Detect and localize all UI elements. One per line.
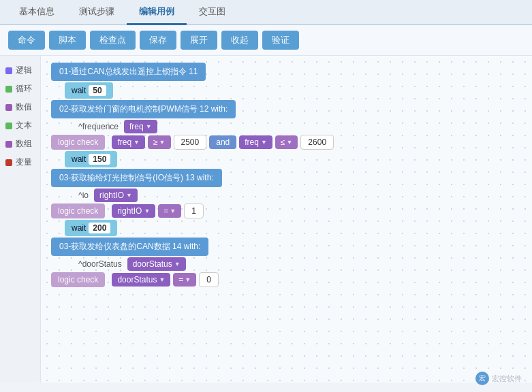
cmd4-val-arrow: ▼	[174, 261, 181, 267]
logic1-op2-text: ≤	[281, 137, 285, 147]
wait3-block[interactable]: wait 200	[65, 220, 117, 236]
cmd3-val-arrow: ▼	[126, 192, 132, 199]
logic3-var1-arrow: ▼	[159, 276, 165, 283]
logic3-var1-text: doorStatus	[117, 275, 157, 284]
logic3-var1-pill[interactable]: doorStatus ▼	[112, 273, 170, 287]
sidebar-item-var[interactable]: 变量	[0, 153, 40, 172]
block-row-logic2: logic check rightIO ▼ = ▼ 1	[51, 203, 522, 218]
sidebar-item-logic[interactable]: 逻辑	[0, 61, 40, 80]
sidebar-label-array: 数组	[16, 138, 32, 150]
cmd2-val-arrow: ▼	[146, 123, 152, 130]
block-row-cmd3-param: ^io rightIO ▼	[78, 189, 522, 202]
sidebar-item-loop[interactable]: 循环	[0, 80, 40, 98]
cmd4-val-pill[interactable]: doorStatus ▼	[127, 257, 186, 271]
logic2-op1-text: =	[163, 206, 168, 216]
watermark: 宏 宏控软件	[475, 372, 522, 385]
block-row-cmd4: 03-获取发给仪表盘的CAN数据 14 with:	[51, 238, 522, 256]
checkpoint-button[interactable]: 检查点	[90, 31, 136, 50]
logic1-op2[interactable]: ≤ ▼	[275, 135, 298, 149]
logic1-op1-arrow: ▼	[159, 139, 166, 146]
sidebar-label-text: 文本	[16, 120, 32, 131]
sidebar-item-array[interactable]: 数组	[0, 135, 40, 153]
cmd2-val-text: freq	[129, 122, 144, 131]
main-area: 逻辑 循环 数值 文本 数组 变量 01-通过CAN总线发出遥控上锁指令 11	[0, 56, 532, 382]
logic1-val1[interactable]: 2500	[174, 135, 207, 150]
cmd1-block[interactable]: 01-通过CAN总线发出遥控上锁指令 11	[51, 63, 206, 81]
wait3-value[interactable]: 200	[89, 223, 110, 233]
tab-interaction[interactable]: 交互图	[187, 0, 238, 25]
sidebar-label-logic: 逻辑	[16, 65, 32, 76]
logic3-val1[interactable]: 0	[199, 272, 219, 287]
collapse-button[interactable]: 收起	[221, 31, 258, 50]
cmd4-val-text: doorStatus	[133, 259, 172, 269]
logic1-val2[interactable]: 2600	[300, 135, 334, 150]
tab-basic-info[interactable]: 基本信息	[7, 0, 67, 25]
expand-button[interactable]: 展开	[181, 31, 217, 50]
wait2-label: wait	[72, 154, 86, 164]
logic1-op1-text: ≥	[153, 137, 158, 147]
logic-dot	[5, 67, 12, 74]
block-row-cmd1: 01-通过CAN总线发出遥控上锁指令 11	[51, 63, 522, 81]
watermark-logo-text: 宏	[479, 374, 486, 383]
tab-edit-case[interactable]: 编辑用例	[127, 0, 187, 25]
block-row-cmd2: 02-获取发给门窗的电机控制PWM信号 12 with:	[51, 100, 522, 118]
script-button[interactable]: 脚本	[49, 31, 86, 50]
text-dot	[5, 122, 12, 129]
sidebar-item-text[interactable]: 文本	[0, 116, 40, 135]
logic1-op2-arrow: ▼	[286, 139, 292, 146]
top-tabs: 基本信息 测试步骤 编辑用例 交互图	[0, 0, 532, 25]
logic1-block[interactable]: logic check	[51, 135, 105, 150]
toolbar: 命令 脚本 检查点 保存 展开 收起 验证	[0, 25, 532, 56]
logic2-op1[interactable]: = ▼	[158, 204, 181, 218]
sidebar: 逻辑 循环 数值 文本 数组 变量	[0, 56, 41, 382]
logic3-op1-text: =	[178, 275, 183, 284]
cmd2-block[interactable]: 02-获取发给门窗的电机控制PWM信号 12 with:	[51, 100, 236, 118]
value-dot	[5, 104, 12, 111]
sidebar-item-value[interactable]: 数值	[0, 98, 40, 116]
logic2-val1[interactable]: 1	[184, 203, 204, 218]
verify-button[interactable]: 验证	[262, 31, 299, 50]
wait1-block[interactable]: wait 50	[65, 82, 113, 99]
logic1-var1-arrow: ▼	[134, 139, 140, 146]
logic2-var1-arrow: ▼	[144, 208, 150, 214]
cmd4-block[interactable]: 03-获取发给仪表盘的CAN数据 14 with:	[51, 238, 208, 256]
logic2-block[interactable]: logic check	[51, 203, 105, 218]
logic3-block[interactable]: logic check	[51, 272, 105, 287]
cmd3-block[interactable]: 03-获取输给灯光控制信号(IO信号) 13 with:	[51, 169, 222, 187]
wait1-value[interactable]: 50	[89, 85, 106, 96]
cmd2-val-pill[interactable]: freq ▼	[124, 120, 157, 133]
logic1-var1-pill[interactable]: freq ▼	[112, 135, 145, 149]
cmd3-param-label: ^io	[78, 191, 89, 200]
cmd3-val-text: rightIO	[99, 191, 124, 200]
block-row-cmd4-param: ^doorStatus doorStatus ▼	[78, 257, 522, 271]
cmd3-val-pill[interactable]: rightIO ▼	[94, 189, 138, 202]
logic2-op1-arrow: ▼	[170, 208, 176, 214]
logic3-op1[interactable]: = ▼	[173, 273, 196, 287]
var-dot	[5, 159, 12, 166]
block-row-wait3: wait 200	[65, 220, 522, 236]
logic2-var1-text: rightIO	[117, 206, 142, 216]
sidebar-label-loop: 循环	[16, 83, 32, 95]
block-row-wait2: wait 150	[65, 151, 522, 167]
logic1-var1-text: freq	[117, 137, 131, 147]
logic1-var2-pill[interactable]: freq ▼	[239, 135, 272, 149]
block-row-cmd3: 03-获取输给灯光控制信号(IO信号) 13 with:	[51, 169, 522, 187]
wait2-value[interactable]: 150	[89, 154, 110, 165]
save-button[interactable]: 保存	[140, 31, 176, 50]
cmd4-param-label: ^doorStatus	[78, 259, 122, 269]
logic1-var2-arrow: ▼	[261, 139, 267, 146]
wait1-label: wait	[72, 86, 86, 95]
tab-test-steps[interactable]: 测试步骤	[67, 0, 127, 25]
sidebar-label-value: 数值	[16, 101, 32, 113]
logic1-var2-text: freq	[245, 137, 259, 147]
cmd-button[interactable]: 命令	[8, 31, 45, 50]
logic1-connector[interactable]: and	[209, 135, 236, 149]
logic1-op1[interactable]: ≥ ▼	[148, 135, 171, 149]
sidebar-label-var: 变量	[16, 157, 32, 168]
watermark-logo: 宏	[475, 372, 489, 385]
logic2-var1-pill[interactable]: rightIO ▼	[112, 204, 155, 218]
wait2-block[interactable]: wait 150	[65, 151, 117, 167]
block-row-wait1: wait 50	[65, 82, 522, 99]
block-row-logic1: logic check freq ▼ ≥ ▼ 2500 and freq ▼ ≤…	[51, 135, 522, 150]
loop-dot	[5, 86, 12, 93]
